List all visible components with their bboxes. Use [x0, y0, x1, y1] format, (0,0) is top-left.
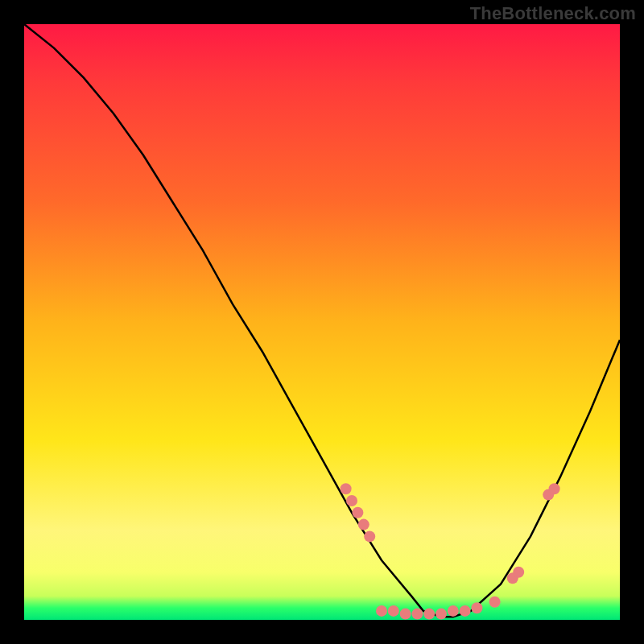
- data-marker: [423, 609, 435, 620]
- data-marker: [448, 605, 459, 617]
- data-marker: [471, 602, 482, 613]
- data-marker: [341, 483, 352, 494]
- data-marker: [460, 605, 471, 617]
- data-marker: [376, 605, 387, 617]
- data-markers: [341, 483, 560, 619]
- data-marker: [346, 495, 357, 506]
- data-marker: [549, 483, 560, 494]
- curve-svg: [24, 24, 620, 620]
- plot-area: [24, 24, 620, 620]
- data-marker: [400, 609, 411, 620]
- data-marker: [352, 507, 363, 518]
- data-marker: [411, 609, 423, 620]
- data-marker: [388, 605, 399, 617]
- data-marker: [358, 519, 369, 530]
- watermark-text: TheBottleneck.com: [470, 3, 636, 24]
- data-marker: [513, 567, 524, 578]
- data-marker: [364, 530, 375, 542]
- data-marker: [436, 609, 447, 620]
- data-marker: [489, 597, 501, 608]
- bottleneck-curve: [24, 24, 620, 617]
